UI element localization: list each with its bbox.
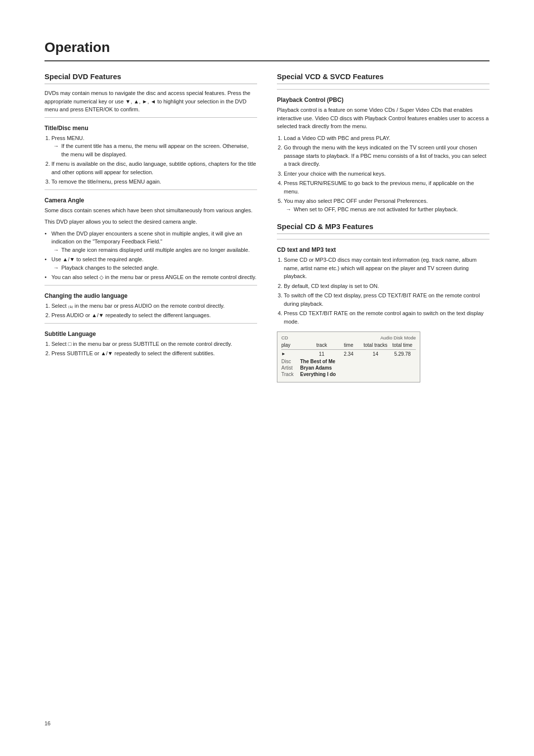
camera-angle-intro: Some discs contain scenes which have bee… [44,206,257,215]
list-item: Press SUBTITLE or ▲/▼ repeatedly to sele… [51,349,257,358]
list-item: Select ₍₁₎ in the menu bar or press AUDI… [51,302,257,310]
arrow-note: If the current title has a menu, the men… [51,142,257,158]
camera-angle-intro2: This DVD player allows you to select the… [44,218,257,226]
camera-angle-rule [44,189,257,190]
list-item: Press AUDIO or ▲/▼ repeatedly to select … [51,311,257,320]
cd-display-header: CD Audio Disk Mode [281,335,416,340]
vcd-section: Special VCD & SVCD Features Playback Con… [277,72,490,213]
play-symbol: ► [281,351,308,357]
dvd-intro: DVDs may contain menus to navigate the d… [44,89,257,114]
audio-language-list: Select ₍₁₎ in the menu bar or press AUDI… [51,302,257,320]
track-value: 11 [308,351,335,357]
left-column: Special DVD Features DVDs may contain me… [44,72,257,382]
list-item: You may also select PBC OFF under Person… [284,197,490,213]
vcd-section-rule [277,84,490,84]
list-item: To switch off the CD text display, press… [284,291,490,308]
cd-text-list: Some CD or MP3-CD discs may contain text… [284,256,490,326]
time-value: 2.34 [335,351,362,357]
cd-label: CD [281,335,288,340]
list-item: You can also select ◇ in the menu bar or… [44,273,257,282]
cd-text-section: CD text and MP3 text Some CD or MP3-CD d… [277,239,490,326]
pbc-rule [277,89,490,90]
cd-text-heading: CD text and MP3 text [277,246,490,253]
col-time: time [335,342,362,348]
page-number: 16 [44,720,50,726]
audio-language-heading: Changing the audio language [44,292,257,299]
cd-display-divider [281,349,416,350]
page-title: Operation [44,40,490,55]
camera-angle-list: When the DVD player encounters a scene s… [44,230,257,282]
title-disc-section: Title/Disc menu Press MENU. If the curre… [44,117,257,186]
list-item: If menu is available on the disc, audio … [51,160,257,176]
track-info-row: Track Everything I do [281,372,416,377]
cd-section: Special CD & MP3 Features CD text and MP… [277,222,490,382]
cd-display-data-row: ► 11 2.34 14 5.29.78 [281,351,416,357]
page: Operation Special DVD Features DVDs may … [0,0,534,756]
audio-language-rule [44,285,257,285]
title-disc-rule [44,117,257,118]
total-tracks-value: 14 [362,351,389,357]
list-item: Go through the menu with the keys indica… [284,143,490,168]
audio-language-section: Changing the audio language Select ₍₁₎ i… [44,285,257,320]
arrow-note: Playback changes to the selected angle. [51,264,257,272]
list-item: Press CD TEXT/BIT RATE on the remote con… [284,309,490,326]
disc-label: Disc [281,359,300,364]
subtitle-language-section: Subtitle Language Select □ in the menu b… [44,323,257,358]
list-item: Some CD or MP3-CD discs may contain text… [284,256,490,281]
cd-section-title: Special CD & MP3 Features [277,222,490,231]
list-item: Press MENU. If the current title has a m… [51,134,257,159]
list-item: By default, CD text display is set to ON… [284,282,490,290]
two-column-layout: Special DVD Features DVDs may contain me… [44,72,490,382]
right-column: Special VCD & SVCD Features Playback Con… [277,72,490,382]
col-total-time: total time [389,342,416,348]
cd-info-section: Disc The Best of Me Artist Bryan Adams T… [281,359,416,377]
disc-value: The Best of Me [300,359,335,364]
col-total-tracks: total tracks [362,342,389,348]
cd-section-rule [277,234,490,234]
title-disc-list: Press MENU. If the current title has a m… [51,134,257,186]
list-item: Load a Video CD with PBC and press PLAY. [284,134,490,142]
dvd-section-rule [44,84,257,84]
list-item: Select □ in the menu bar or press SUBTIT… [51,340,257,348]
list-item: Use ▲/▼ to select the required angle. Pl… [44,255,257,272]
disc-info-row: Disc The Best of Me [281,359,416,364]
cd-text-rule [277,239,490,239]
subtitle-language-heading: Subtitle Language [44,331,257,337]
track-label: Track [281,372,300,377]
subtitle-language-rule [44,323,257,324]
list-item: To remove the title/menu, press MENU aga… [51,178,257,186]
list-item: Press RETURN/RESUME to go back to the pr… [284,179,490,195]
artist-label: Artist [281,365,300,371]
pbc-heading: Playback Control (PBC) [277,96,490,103]
audio-mode-label: Audio Disk Mode [380,335,416,340]
col-track: track [308,342,335,348]
pbc-section: Playback Control (PBC) Playback control … [277,89,490,213]
camera-angle-section: Camera Angle Some discs contain scenes w… [44,189,257,282]
subtitle-language-list: Select □ in the menu bar or press SUBTIT… [51,340,257,358]
total-time-value: 5.29.78 [389,351,416,357]
list-item: When the DVD player encounters a scene s… [44,230,257,254]
artist-value: Bryan Adams [300,365,332,371]
vcd-section-title: Special VCD & SVCD Features [277,72,490,81]
title-divider [44,60,490,61]
cd-display-box: CD Audio Disk Mode play track time total… [277,331,420,382]
pbc-list: Load a Video CD with PBC and press PLAY.… [284,134,490,214]
artist-info-row: Artist Bryan Adams [281,365,416,371]
track-value-text: Everything I do [300,372,336,377]
col-play: play [281,342,308,348]
cd-display-col-headers: play track time total tracks total time [281,342,416,348]
list-item: Enter your choice with the numerical key… [284,170,490,178]
camera-angle-heading: Camera Angle [44,197,257,204]
dvd-section-title: Special DVD Features [44,72,257,81]
pbc-intro: Playback control is a feature on some Vi… [277,106,490,131]
arrow-note: When set to OFF, PBC menus are not activ… [284,205,490,214]
title-disc-heading: Title/Disc menu [44,125,257,132]
arrow-note: The angle icon remains displayed until m… [51,246,257,254]
